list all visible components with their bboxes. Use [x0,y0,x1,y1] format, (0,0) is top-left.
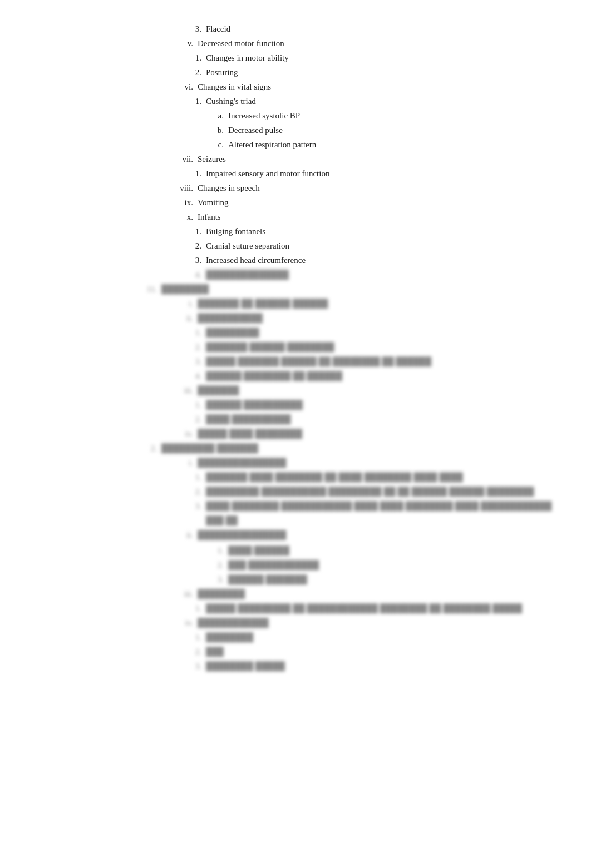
outline-item-42: iv.████████████ [33,616,558,629]
item-text-9: Seizures [198,152,226,166]
item-text-28: █████ ████ ████████ [198,427,302,440]
item-label-23: 3. [189,355,206,368]
item-label-38: 2. [211,558,228,572]
outline-item-12: ix.Vomiting [33,196,558,209]
outline-item-40: iii.████████ [33,587,558,601]
item-text-23: █████ ███████ ██████ ██ ████████ ██ ████… [206,355,431,368]
item-label-37: 1. [211,544,228,557]
item-text-5: Cushing's triad [206,95,256,108]
item-label-2: 1. [189,51,206,65]
outline-item-18: 11.████████ [33,282,558,296]
item-text-26: ██████ ██████████ [206,398,303,411]
item-text-42: ████████████ [198,616,269,629]
item-text-12: Vomiting [198,196,229,209]
outline-item-3: 2.Posturing [33,66,558,79]
item-label-13: x. [167,210,198,224]
item-text-17: ██████████████ [206,268,289,281]
outline-item-38: 2.███ ████████████ [33,558,558,572]
outline-item-23: 3.█████ ███████ ██████ ██ ████████ ██ ██… [33,355,558,368]
item-label-40: iii. [167,587,198,601]
item-text-31: ███████ ████ ████████ ██ ████ ████████ █… [206,470,463,484]
item-label-5: 1. [189,95,206,108]
item-label-22: 2. [189,340,206,354]
outline-item-30: i.███████████████ [33,456,558,469]
outline-item-1: v.Decreased motor function [33,37,558,50]
outline-item-31: 1.███████ ████ ████████ ██ ████ ████████… [33,470,558,484]
outline-item-6: a.Increased systolic BP [33,109,558,122]
item-text-24: ██████ ████████ ██ ██████ [206,369,342,383]
outline-item-27: 2.████ ██████████ [33,413,558,426]
outline-item-39: 3.██████ ███████ [33,573,558,586]
item-label-16: 3. [189,254,206,267]
outline-item-21: 1.█████████ [33,326,558,339]
item-text-13: Infants [198,210,221,224]
item-label-15: 2. [189,239,206,252]
outline-container: 3.Flaccidv.Decreased motor function1.Cha… [33,22,558,673]
item-text-34: ███ ██ [206,514,238,527]
item-label-14: 1. [189,225,206,238]
item-label-4: vi. [167,80,198,93]
item-text-30: ███████████████ [198,456,286,469]
item-text-44: ███ [206,645,224,658]
item-label-35: ii. [167,528,198,542]
item-text-43: ████████ [206,631,253,644]
item-text-27: ████ ██████████ [206,413,291,426]
item-label-7: b. [211,123,228,137]
outline-item-20: ii.███████████ [33,311,558,325]
outline-item-29: 2.█████████ ███████ [33,442,558,455]
outline-item-17: 4.██████████████ [33,268,558,281]
item-label-26: 1. [189,398,206,411]
item-text-3: Posturing [206,66,238,79]
item-label-32: 2. [189,485,206,498]
item-label-42: iv. [167,616,198,629]
outline-item-33: 3.████ ████████ ████████████ ████ ████ █… [33,499,558,513]
document-content: 3.Flaccidv.Decreased motor function1.Cha… [33,22,558,673]
outline-item-22: 2.███████ ██████ ████████ [33,340,558,354]
outline-item-9: vii.Seizures [33,152,558,166]
item-text-15: Cranial suture separation [206,239,289,252]
outline-item-25: iii.███████ [33,384,558,397]
item-label-44: 2. [189,645,206,658]
item-text-19: ███████ ██ ██████ ██████ [198,297,328,310]
item-label-30: i. [167,456,198,469]
item-label-6: a. [211,109,228,122]
item-text-37: ████ ██████ [228,544,289,557]
item-label-12: ix. [167,196,198,209]
item-text-4: Changes in vital signs [198,80,271,93]
outline-item-26: 1.██████ ██████████ [33,398,558,411]
item-label-27: 2. [189,413,206,426]
item-label-41: 1. [189,602,206,615]
item-label-45: 3. [189,659,206,673]
outline-item-37: 1.████ ██████ [33,544,558,557]
item-label-21: 1. [189,326,206,339]
item-text-41: █████ █████████ ██ ████████████ ████████… [206,602,522,615]
item-text-10: Impaired sensory and motor function [206,167,329,180]
outline-item-0: 3.Flaccid [33,22,558,36]
item-label-31: 1. [189,470,206,484]
outline-item-16: 3.Increased head circumference [33,254,558,267]
item-label-18: 11. [145,282,161,296]
outline-item-2: 1.Changes in motor ability [33,51,558,65]
item-text-16: Increased head circumference [206,254,306,267]
item-text-35: ███████████████ [198,528,286,542]
item-label-19: i. [167,297,198,310]
outline-item-43: 1.████████ [33,631,558,644]
outline-item-8: c.Altered respiration pattern [33,138,558,151]
item-text-38: ███ ████████████ [228,558,319,572]
item-label-1: v. [167,37,198,50]
outline-item-41: 1.█████ █████████ ██ ████████████ ██████… [33,602,558,615]
outline-item-7: b.Decreased pulse [33,123,558,137]
outline-item-35: ii.███████████████ [33,528,558,542]
outline-item-28: iv.█████ ████ ████████ [33,427,558,440]
item-text-29: █████████ ███████ [161,442,258,455]
outline-item-11: viii.Changes in speech [33,181,558,195]
item-text-45: ████████ █████ [206,659,285,673]
item-label-33: 3. [189,499,206,513]
item-label-0: 3. [189,22,206,36]
item-label-10: 1. [189,167,206,180]
item-label-29: 2. [145,442,161,455]
item-text-18: ████████ [161,282,209,296]
item-label-9: vii. [167,152,198,166]
item-text-8: Altered respiration pattern [228,138,316,151]
item-text-11: Changes in speech [198,181,260,195]
